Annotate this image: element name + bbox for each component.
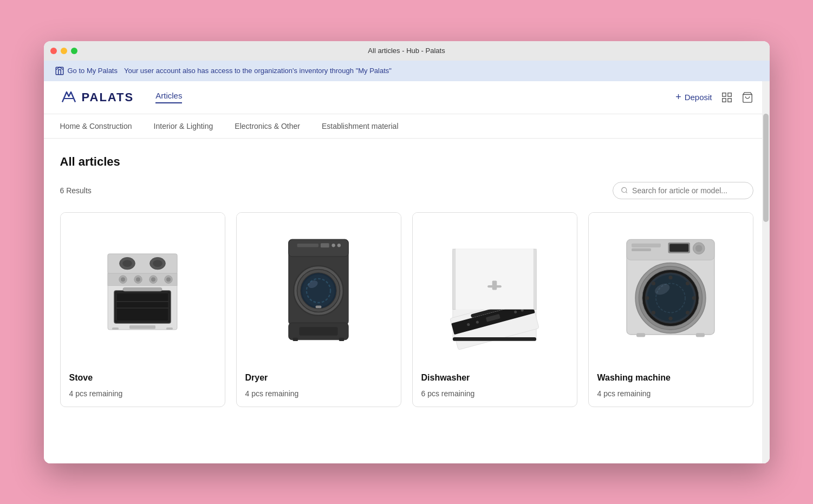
main-content: All articles 6 Results bbox=[44, 139, 770, 463]
svg-rect-2 bbox=[727, 93, 731, 96]
washer-image-container bbox=[589, 213, 753, 364]
svg-point-90 bbox=[686, 282, 690, 285]
svg-point-91 bbox=[692, 296, 696, 300]
svg-rect-29 bbox=[166, 328, 173, 330]
main-nav: Articles bbox=[155, 91, 658, 103]
svg-point-93 bbox=[668, 317, 672, 320]
scrollbar-thumb[interactable] bbox=[763, 114, 769, 222]
svg-rect-26 bbox=[123, 287, 162, 291]
window-title: All articles - Hub - Palats bbox=[368, 47, 445, 55]
svg-rect-78 bbox=[632, 244, 661, 247]
search-icon bbox=[621, 186, 628, 194]
top-nav-actions: + Deposit bbox=[675, 91, 753, 103]
minimize-button[interactable] bbox=[61, 48, 67, 54]
logo-text: PALATS bbox=[82, 90, 134, 104]
nav-articles[interactable]: Articles bbox=[155, 91, 182, 103]
svg-rect-45 bbox=[293, 337, 298, 341]
go-to-mypalats-link[interactable]: Go to My Palats bbox=[55, 66, 118, 76]
plus-icon: + bbox=[675, 91, 681, 103]
svg-point-33 bbox=[331, 244, 335, 247]
dryer-image-container bbox=[237, 213, 401, 364]
dishwasher-image-container bbox=[413, 213, 577, 364]
svg-rect-31 bbox=[289, 239, 349, 257]
svg-point-6 bbox=[621, 187, 626, 192]
svg-rect-99 bbox=[636, 333, 645, 337]
svg-point-19 bbox=[151, 277, 155, 282]
stove-image bbox=[99, 237, 186, 340]
traffic-lights bbox=[50, 48, 77, 54]
search-input[interactable] bbox=[632, 186, 745, 195]
category-home-construction[interactable]: Home & Construction bbox=[60, 122, 132, 130]
svg-rect-100 bbox=[696, 333, 705, 337]
logo: PALATS bbox=[60, 90, 134, 105]
dishwasher-name: Dishwasher bbox=[421, 373, 568, 383]
svg-rect-23 bbox=[116, 293, 168, 321]
palats-logo-icon bbox=[60, 90, 77, 105]
svg-point-95 bbox=[645, 296, 649, 300]
deposit-button[interactable]: + Deposit bbox=[675, 91, 712, 103]
category-nav: Home & Construction Interior & Lighting … bbox=[44, 114, 770, 139]
building-icon bbox=[55, 66, 64, 76]
dryer-stock: 4 pcs remaining bbox=[245, 389, 392, 398]
stove-info: Stove 4 pcs remaining bbox=[61, 364, 225, 407]
washer-info: Washing machine 4 pcs remaining bbox=[589, 364, 753, 407]
svg-point-96 bbox=[652, 282, 655, 285]
svg-rect-75 bbox=[453, 337, 536, 341]
svg-point-81 bbox=[695, 245, 703, 252]
svg-point-15 bbox=[121, 277, 125, 282]
svg-point-89 bbox=[668, 276, 672, 279]
svg-rect-32 bbox=[297, 244, 318, 247]
svg-rect-44 bbox=[299, 327, 337, 336]
svg-point-10 bbox=[122, 260, 132, 267]
category-interior-lighting[interactable]: Interior & Lighting bbox=[154, 122, 213, 130]
stove-name: Stove bbox=[69, 373, 216, 383]
svg-point-12 bbox=[153, 260, 162, 267]
svg-rect-28 bbox=[112, 328, 119, 330]
maximize-button[interactable] bbox=[71, 48, 77, 54]
cart-button[interactable] bbox=[742, 91, 753, 103]
dishwasher-stock: 6 pcs remaining bbox=[421, 389, 568, 398]
svg-rect-71 bbox=[534, 249, 536, 309]
articles-grid: Stove 4 pcs remaining bbox=[60, 212, 753, 407]
dryer-image bbox=[278, 229, 359, 348]
article-card-washer[interactable]: Washing machine 4 pcs remaining bbox=[588, 212, 753, 407]
list-icon bbox=[721, 91, 733, 103]
stove-stock: 4 pcs remaining bbox=[69, 389, 216, 398]
washer-name: Washing machine bbox=[597, 373, 744, 383]
category-establishment-material[interactable]: Establishment material bbox=[322, 122, 399, 130]
svg-rect-46 bbox=[339, 337, 344, 341]
article-card-dryer[interactable]: Dryer 4 pcs remaining bbox=[236, 212, 401, 407]
dryer-info: Dryer 4 pcs remaining bbox=[237, 364, 401, 407]
scrollbar[interactable] bbox=[762, 81, 770, 463]
article-card-stove[interactable]: Stove 4 pcs remaining bbox=[60, 212, 225, 407]
category-electronics-other[interactable]: Electronics & Other bbox=[235, 122, 300, 130]
close-button[interactable] bbox=[50, 48, 57, 54]
svg-rect-35 bbox=[321, 243, 329, 247]
svg-rect-4 bbox=[727, 98, 731, 101]
svg-rect-74 bbox=[492, 280, 497, 290]
svg-point-92 bbox=[686, 311, 690, 315]
search-box[interactable] bbox=[613, 182, 753, 199]
washer-stock: 4 pcs remaining bbox=[597, 389, 744, 398]
svg-rect-83 bbox=[669, 244, 688, 252]
svg-rect-42 bbox=[315, 305, 321, 308]
cart-icon bbox=[742, 91, 753, 103]
info-banner: Go to My Palats Your user account also h… bbox=[44, 61, 770, 81]
svg-point-34 bbox=[337, 244, 341, 247]
article-card-dishwasher[interactable]: Dishwasher 6 pcs remaining bbox=[412, 212, 577, 407]
banner-message: Your user account also has access to the… bbox=[124, 67, 392, 75]
svg-point-21 bbox=[166, 277, 171, 282]
svg-rect-79 bbox=[632, 248, 651, 251]
svg-rect-72 bbox=[456, 249, 534, 309]
svg-rect-1 bbox=[722, 93, 725, 96]
title-bar: All articles - Hub - Palats bbox=[44, 41, 770, 61]
svg-rect-8 bbox=[108, 254, 177, 273]
top-nav: PALATS Articles + Deposit bbox=[44, 81, 770, 114]
deposit-label: Deposit bbox=[685, 93, 712, 102]
list-view-button[interactable] bbox=[721, 91, 733, 103]
svg-point-94 bbox=[652, 311, 655, 315]
svg-rect-0 bbox=[56, 67, 63, 75]
go-to-mypalats-label: Go to My Palats bbox=[68, 67, 118, 75]
svg-rect-70 bbox=[453, 249, 456, 309]
svg-rect-3 bbox=[722, 98, 725, 101]
